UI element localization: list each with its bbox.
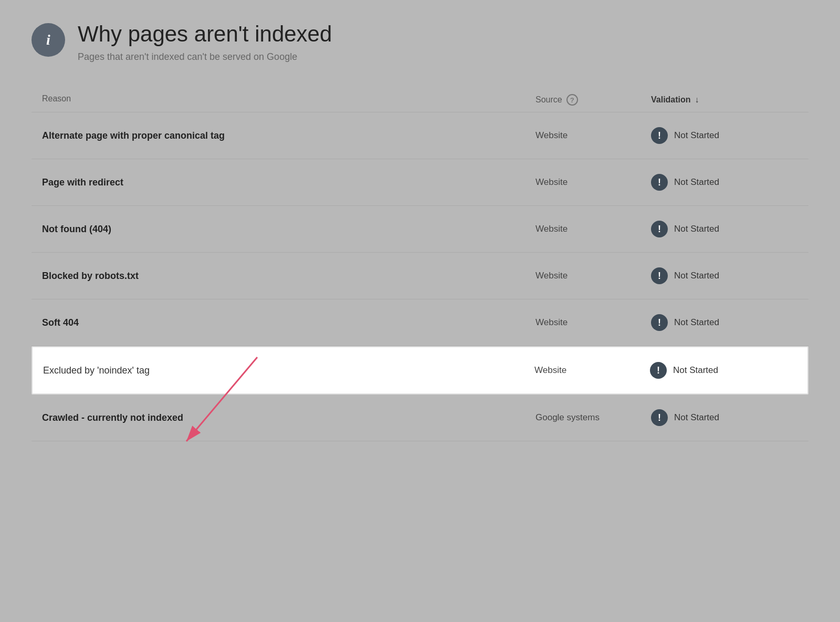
row-source: Website xyxy=(536,130,651,141)
validation-status: Not Started xyxy=(674,130,719,141)
col-header-validation[interactable]: Validation ↓ xyxy=(651,94,798,106)
page-container: i Why pages aren't indexed Pages that ar… xyxy=(0,0,840,473)
row-reason: Not found (404) xyxy=(42,224,536,235)
validation-status: Not Started xyxy=(674,177,719,188)
row-source: Website xyxy=(536,271,651,281)
row-validation: ! Not Started xyxy=(651,267,798,284)
row-reason: Soft 404 xyxy=(42,317,536,328)
exclamation-icon: ! xyxy=(650,362,667,379)
row-reason: Excluded by 'noindex' tag xyxy=(43,365,534,376)
row-source: Website xyxy=(536,224,651,234)
validation-status: Not Started xyxy=(673,365,718,376)
validation-status: Not Started xyxy=(674,271,719,281)
header-text: Why pages aren't indexed Pages that aren… xyxy=(78,21,332,63)
source-help-icon[interactable]: ? xyxy=(566,94,578,106)
exclamation-icon: ! xyxy=(651,174,668,191)
col-header-reason: Reason xyxy=(42,94,536,106)
table-row[interactable]: Blocked by robots.txt Website ! Not Star… xyxy=(32,253,808,299)
row-reason: Blocked by robots.txt xyxy=(42,271,536,282)
table-container: Reason Source ? Validation ↓ Alternate p… xyxy=(32,88,808,441)
row-reason: Crawled - currently not indexed xyxy=(42,412,536,423)
row-validation: ! Not Started xyxy=(650,362,797,379)
validation-status: Not Started xyxy=(674,317,719,328)
row-source: Google systems xyxy=(536,412,651,423)
row-validation: ! Not Started xyxy=(651,221,798,237)
exclamation-icon: ! xyxy=(651,267,668,284)
col-header-source: Source ? xyxy=(536,94,651,106)
page-subtitle: Pages that aren't indexed can't be serve… xyxy=(78,51,332,63)
exclamation-icon: ! xyxy=(651,221,668,237)
row-reason: Page with redirect xyxy=(42,177,536,188)
table-row[interactable]: Alternate page with proper canonical tag… xyxy=(32,112,808,159)
row-validation: ! Not Started xyxy=(651,174,798,191)
sort-icon: ↓ xyxy=(695,95,699,105)
row-source: Website xyxy=(536,177,651,188)
row-validation: ! Not Started xyxy=(651,314,798,331)
table-row[interactable]: Page with redirect Website ! Not Started xyxy=(32,159,808,206)
row-source: Website xyxy=(534,365,650,376)
page-title: Why pages aren't indexed xyxy=(78,21,332,47)
info-icon: i xyxy=(32,23,65,57)
row-reason: Alternate page with proper canonical tag xyxy=(42,130,536,141)
exclamation-icon: ! xyxy=(651,314,668,331)
table-rows: Alternate page with proper canonical tag… xyxy=(32,112,808,441)
table-row[interactable]: Soft 404 Website ! Not Started xyxy=(32,299,808,346)
table-row[interactable]: Crawled - currently not indexed Google s… xyxy=(32,395,808,441)
table-row[interactable]: Not found (404) Website ! Not Started xyxy=(32,206,808,253)
row-validation: ! Not Started xyxy=(651,127,798,144)
table-header: Reason Source ? Validation ↓ xyxy=(32,88,808,112)
header-section: i Why pages aren't indexed Pages that ar… xyxy=(32,21,808,63)
table-row[interactable]: Excluded by 'noindex' tag Website ! Not … xyxy=(32,346,808,395)
validation-status: Not Started xyxy=(674,224,719,234)
row-validation: ! Not Started xyxy=(651,409,798,426)
validation-status: Not Started xyxy=(674,412,719,423)
exclamation-icon: ! xyxy=(651,409,668,426)
row-source: Website xyxy=(536,317,651,328)
exclamation-icon: ! xyxy=(651,127,668,144)
